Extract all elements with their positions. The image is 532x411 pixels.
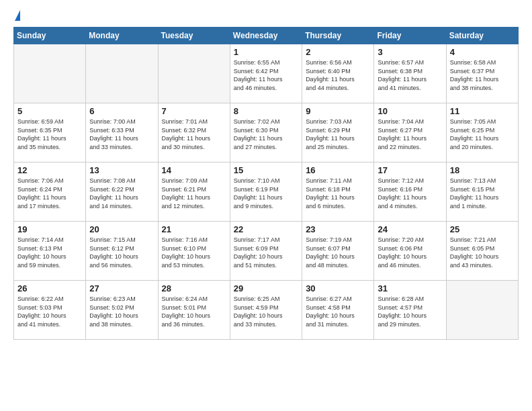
day-cell: 5Sunrise: 6:59 AM Sunset: 6:35 PM Daylig…: [14, 103, 86, 163]
day-number: 24: [378, 224, 442, 234]
header-day-monday: Monday: [86, 28, 158, 44]
day-info: Sunrise: 7:01 AM Sunset: 6:32 PM Dayligh…: [162, 118, 226, 151]
day-number: 26: [17, 283, 82, 293]
day-cell: 22Sunrise: 7:17 AM Sunset: 6:09 PM Dayli…: [230, 222, 302, 281]
day-info: Sunrise: 7:08 AM Sunset: 6:22 PM Dayligh…: [89, 177, 154, 210]
day-cell: 10Sunrise: 7:04 AM Sunset: 6:27 PM Dayli…: [374, 103, 446, 163]
logo-icon: [15, 10, 20, 21]
day-info: Sunrise: 6:28 AM Sunset: 4:57 PM Dayligh…: [378, 295, 442, 328]
day-number: 8: [234, 106, 298, 116]
day-number: 5: [17, 106, 82, 116]
week-row-3: 12Sunrise: 7:06 AM Sunset: 6:24 PM Dayli…: [14, 163, 519, 222]
header-day-friday: Friday: [374, 28, 446, 44]
day-number: 13: [89, 165, 154, 175]
day-cell: 6Sunrise: 7:00 AM Sunset: 6:33 PM Daylig…: [86, 103, 158, 163]
day-info: Sunrise: 6:25 AM Sunset: 4:59 PM Dayligh…: [234, 295, 298, 328]
day-info: Sunrise: 6:24 AM Sunset: 5:01 PM Dayligh…: [162, 295, 226, 328]
day-number: 23: [306, 224, 370, 234]
day-cell: 18Sunrise: 7:13 AM Sunset: 6:15 PM Dayli…: [446, 163, 518, 222]
day-cell: [158, 44, 230, 103]
day-info: Sunrise: 7:05 AM Sunset: 6:25 PM Dayligh…: [450, 118, 515, 151]
day-number: 28: [162, 283, 226, 293]
day-cell: [86, 44, 158, 103]
header-row: SundayMondayTuesdayWednesdayThursdayFrid…: [14, 28, 519, 44]
day-info: Sunrise: 7:13 AM Sunset: 6:15 PM Dayligh…: [450, 177, 515, 210]
day-number: 19: [17, 224, 82, 234]
week-row-5: 26Sunrise: 6:22 AM Sunset: 5:03 PM Dayli…: [14, 281, 519, 340]
day-cell: [446, 281, 518, 340]
header-day-tuesday: Tuesday: [158, 28, 230, 44]
day-number: 10: [378, 106, 442, 116]
day-cell: [14, 44, 86, 103]
day-info: Sunrise: 7:15 AM Sunset: 6:12 PM Dayligh…: [89, 236, 154, 269]
day-cell: 24Sunrise: 7:20 AM Sunset: 6:06 PM Dayli…: [374, 222, 446, 281]
week-row-2: 5Sunrise: 6:59 AM Sunset: 6:35 PM Daylig…: [14, 103, 519, 163]
day-cell: 26Sunrise: 6:22 AM Sunset: 5:03 PM Dayli…: [14, 281, 86, 340]
day-cell: 20Sunrise: 7:15 AM Sunset: 6:12 PM Dayli…: [86, 222, 158, 281]
day-cell: 31Sunrise: 6:28 AM Sunset: 4:57 PM Dayli…: [374, 281, 446, 340]
day-info: Sunrise: 7:14 AM Sunset: 6:13 PM Dayligh…: [17, 236, 82, 269]
day-number: 27: [89, 283, 154, 293]
day-info: Sunrise: 7:00 AM Sunset: 6:33 PM Dayligh…: [89, 118, 154, 151]
day-cell: 16Sunrise: 7:11 AM Sunset: 6:18 PM Dayli…: [302, 163, 374, 222]
day-cell: 30Sunrise: 6:27 AM Sunset: 4:58 PM Dayli…: [302, 281, 374, 340]
day-cell: 23Sunrise: 7:19 AM Sunset: 6:07 PM Dayli…: [302, 222, 374, 281]
day-cell: 14Sunrise: 7:09 AM Sunset: 6:21 PM Dayli…: [158, 163, 230, 222]
day-number: 20: [89, 224, 154, 234]
day-number: 12: [17, 165, 82, 175]
day-number: 4: [450, 47, 515, 57]
day-info: Sunrise: 6:27 AM Sunset: 4:58 PM Dayligh…: [306, 295, 370, 328]
day-info: Sunrise: 7:21 AM Sunset: 6:05 PM Dayligh…: [450, 236, 515, 269]
day-cell: 21Sunrise: 7:16 AM Sunset: 6:10 PM Dayli…: [158, 222, 230, 281]
day-number: 2: [306, 47, 370, 57]
logo-text: [13, 10, 20, 21]
day-number: 31: [378, 283, 442, 293]
day-info: Sunrise: 6:55 AM Sunset: 6:42 PM Dayligh…: [234, 58, 298, 92]
day-number: 11: [450, 106, 515, 116]
header: [13, 10, 519, 21]
day-info: Sunrise: 6:59 AM Sunset: 6:35 PM Dayligh…: [17, 118, 82, 151]
day-cell: 3Sunrise: 6:57 AM Sunset: 6:38 PM Daylig…: [374, 44, 446, 103]
header-day-saturday: Saturday: [446, 28, 518, 44]
day-info: Sunrise: 7:04 AM Sunset: 6:27 PM Dayligh…: [378, 118, 442, 151]
calendar-table: SundayMondayTuesdayWednesdayThursdayFrid…: [13, 27, 519, 340]
day-number: 6: [89, 106, 154, 116]
day-info: Sunrise: 7:17 AM Sunset: 6:09 PM Dayligh…: [234, 236, 298, 269]
day-cell: 27Sunrise: 6:23 AM Sunset: 5:02 PM Dayli…: [86, 281, 158, 340]
day-number: 29: [234, 283, 298, 293]
calendar-page: SundayMondayTuesdayWednesdayThursdayFrid…: [0, 0, 532, 411]
day-number: 22: [234, 224, 298, 234]
day-cell: 1Sunrise: 6:55 AM Sunset: 6:42 PM Daylig…: [230, 44, 302, 103]
day-info: Sunrise: 7:19 AM Sunset: 6:07 PM Dayligh…: [306, 236, 370, 269]
header-day-sunday: Sunday: [14, 28, 86, 44]
day-number: 17: [378, 165, 442, 175]
week-row-1: 1Sunrise: 6:55 AM Sunset: 6:42 PM Daylig…: [14, 44, 519, 103]
day-number: 30: [306, 283, 370, 293]
day-cell: 29Sunrise: 6:25 AM Sunset: 4:59 PM Dayli…: [230, 281, 302, 340]
day-number: 9: [306, 106, 370, 116]
day-cell: 28Sunrise: 6:24 AM Sunset: 5:01 PM Dayli…: [158, 281, 230, 340]
day-info: Sunrise: 7:10 AM Sunset: 6:19 PM Dayligh…: [234, 177, 298, 210]
day-info: Sunrise: 6:22 AM Sunset: 5:03 PM Dayligh…: [17, 295, 82, 328]
day-cell: 2Sunrise: 6:56 AM Sunset: 6:40 PM Daylig…: [302, 44, 374, 103]
day-number: 16: [306, 165, 370, 175]
day-info: Sunrise: 7:03 AM Sunset: 6:29 PM Dayligh…: [306, 118, 370, 151]
day-cell: 12Sunrise: 7:06 AM Sunset: 6:24 PM Dayli…: [14, 163, 86, 222]
day-info: Sunrise: 6:56 AM Sunset: 6:40 PM Dayligh…: [306, 58, 370, 92]
day-info: Sunrise: 7:20 AM Sunset: 6:06 PM Dayligh…: [378, 236, 442, 269]
day-cell: 8Sunrise: 7:02 AM Sunset: 6:30 PM Daylig…: [230, 103, 302, 163]
day-number: 14: [162, 165, 226, 175]
day-info: Sunrise: 6:57 AM Sunset: 6:38 PM Dayligh…: [378, 58, 442, 92]
day-number: 18: [450, 165, 515, 175]
header-day-thursday: Thursday: [302, 28, 374, 44]
day-number: 3: [378, 47, 442, 57]
day-info: Sunrise: 6:58 AM Sunset: 6:37 PM Dayligh…: [450, 58, 515, 92]
day-cell: 15Sunrise: 7:10 AM Sunset: 6:19 PM Dayli…: [230, 163, 302, 222]
day-number: 7: [162, 106, 226, 116]
day-number: 1: [234, 47, 298, 57]
day-info: Sunrise: 6:23 AM Sunset: 5:02 PM Dayligh…: [89, 295, 154, 328]
day-number: 25: [450, 224, 515, 234]
day-info: Sunrise: 7:06 AM Sunset: 6:24 PM Dayligh…: [17, 177, 82, 210]
day-cell: 25Sunrise: 7:21 AM Sunset: 6:05 PM Dayli…: [446, 222, 518, 281]
day-cell: 19Sunrise: 7:14 AM Sunset: 6:13 PM Dayli…: [14, 222, 86, 281]
